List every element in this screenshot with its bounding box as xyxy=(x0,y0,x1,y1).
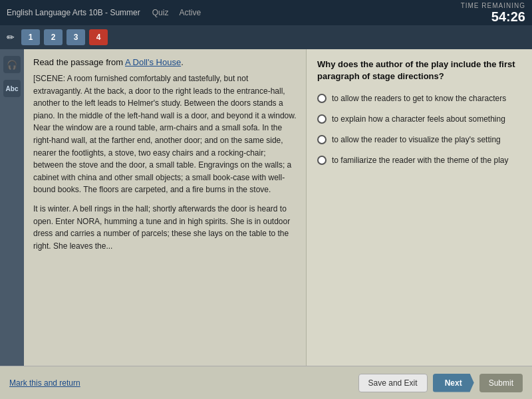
save-exit-button[interactable]: Save and Exit xyxy=(358,374,428,392)
answer-option-c[interactable]: to allow the reader to visualize the pla… xyxy=(317,134,521,146)
passage-link[interactable]: A Doll's House xyxy=(125,57,181,67)
answer-option-b[interactable]: to explain how a character feels about s… xyxy=(317,114,521,125)
nav-btn-2[interactable]: 2 xyxy=(44,29,63,45)
quiz-link[interactable]: Quiz xyxy=(152,8,169,17)
option-text-b: to explain how a character feels about s… xyxy=(332,114,505,125)
radio-a[interactable] xyxy=(317,94,327,103)
option-text-d: to familiarize the reader with the theme… xyxy=(332,155,508,166)
passage-paragraph-2: It is winter. A bell rings in the hall; … xyxy=(33,203,297,252)
passage-intro: Read the passage from A Doll's House. xyxy=(33,57,297,67)
question-area: Why does the author of the play include … xyxy=(306,49,532,366)
bottom-bar: Mark this and return Save and Exit Next … xyxy=(0,366,532,399)
pencil-icon: ✏ xyxy=(7,32,15,43)
abc-icon[interactable]: Abc xyxy=(3,80,21,97)
radio-c[interactable] xyxy=(317,135,327,144)
question-text: Why does the author of the play include … xyxy=(317,59,521,82)
top-bar-left: English Language Arts 10B - Summer Quiz … xyxy=(7,8,201,17)
answer-option-a[interactable]: to allow the readers to get to know the … xyxy=(317,93,521,104)
next-button[interactable]: Next xyxy=(433,374,474,392)
side-icons: 🎧 Abc xyxy=(0,49,24,366)
time-value: 54:26 xyxy=(461,9,525,24)
radio-b[interactable] xyxy=(317,114,327,124)
passage-text: [SCENE: A room furnished comfortably and… xyxy=(33,72,297,252)
nav-btn-4[interactable]: 4 xyxy=(89,29,108,45)
headphones-icon[interactable]: 🎧 xyxy=(3,56,21,73)
answer-option-d[interactable]: to familiarize the reader with the theme… xyxy=(317,155,521,166)
question-nav: ✏ 1 2 3 4 xyxy=(0,25,532,49)
submit-button[interactable]: Submit xyxy=(479,374,523,392)
mark-return-link[interactable]: Mark this and return xyxy=(9,378,80,388)
time-label: TIME REMAINING xyxy=(461,2,525,9)
top-bar: English Language Arts 10B - Summer Quiz … xyxy=(0,0,532,25)
active-link[interactable]: Active xyxy=(179,8,201,17)
top-bar-links: Quiz Active xyxy=(152,8,201,17)
nav-btn-3[interactable]: 3 xyxy=(66,29,85,45)
bottom-buttons: Save and Exit Next Submit xyxy=(358,374,523,392)
passage-paragraph-1: [SCENE: A room furnished comfortably and… xyxy=(33,72,297,196)
main-content: 🎧 Abc Read the passage from A Doll's Hou… xyxy=(0,49,532,366)
timer-area: TIME REMAINING 54:26 xyxy=(461,2,525,24)
option-text-c: to allow the reader to visualize the pla… xyxy=(332,134,501,146)
radio-d[interactable] xyxy=(317,156,327,165)
nav-btn-1[interactable]: 1 xyxy=(21,29,40,45)
option-text-a: to allow the readers to get to know the … xyxy=(332,93,506,104)
app-title: English Language Arts 10B - Summer xyxy=(7,8,140,17)
passage-area: Read the passage from A Doll's House. [S… xyxy=(24,49,306,366)
